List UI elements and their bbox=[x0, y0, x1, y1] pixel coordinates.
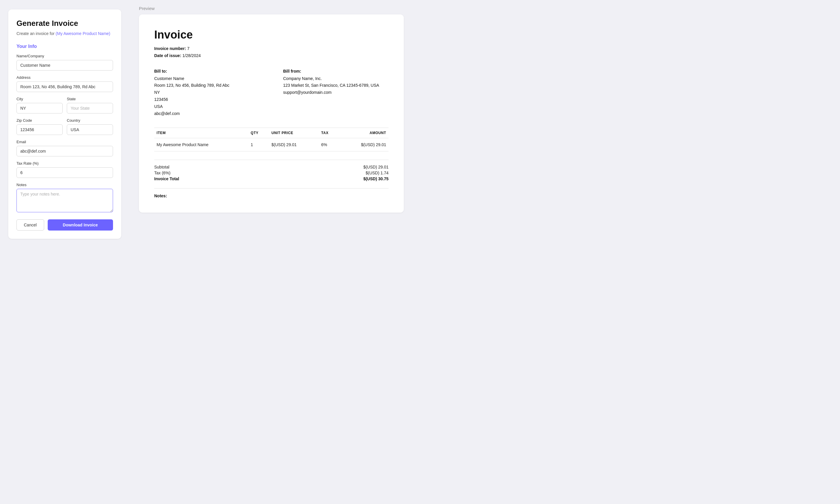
bill-to-zip: 123456 bbox=[154, 96, 260, 103]
invoice-number-row: Invoice number: 7 bbox=[154, 45, 389, 52]
col-header-amount: AMOUNT bbox=[339, 128, 389, 138]
country-label: Country bbox=[67, 118, 113, 123]
bill-to-name: Customer Name bbox=[154, 75, 260, 82]
download-invoice-button[interactable]: Download Invoice bbox=[48, 219, 113, 231]
zip-country-row: Zip Code Country bbox=[16, 118, 113, 140]
cell-tax: 6% bbox=[319, 138, 339, 151]
cell-amount: $(USD) 29.01 bbox=[339, 138, 389, 151]
name-label: Name/Company bbox=[16, 54, 113, 58]
country-input[interactable] bbox=[67, 124, 113, 135]
state-group: State bbox=[67, 97, 113, 113]
bill-from-company: Company Name, Inc. bbox=[283, 75, 389, 82]
tax-label: Tax Rate (%) bbox=[16, 161, 113, 165]
subtotal-label: Subtotal bbox=[154, 165, 169, 169]
city-state-row: City State bbox=[16, 97, 113, 118]
notes-group: Notes bbox=[16, 183, 113, 214]
form-subtitle: Create an invoice for (My Awesome Produc… bbox=[16, 31, 113, 37]
your-info-section-title: Your Info bbox=[16, 44, 113, 49]
cell-qty: 1 bbox=[248, 138, 269, 151]
subtitle-prefix: Create an invoice for bbox=[16, 31, 54, 36]
left-panel: Generate Invoice Create an invoice for (… bbox=[0, 0, 130, 504]
bill-to-title: Bill to: bbox=[154, 69, 260, 73]
email-group: Email bbox=[16, 140, 113, 157]
state-input[interactable] bbox=[67, 103, 113, 113]
tax-group: Tax Rate (%) bbox=[16, 161, 113, 178]
bill-to-email: abc@def.com bbox=[154, 110, 260, 117]
invoice-card: Invoice Invoice number: 7 Date of issue:… bbox=[139, 14, 404, 213]
zip-input[interactable] bbox=[16, 124, 63, 135]
address-label: Address bbox=[16, 75, 113, 80]
total-value: $(USD) 30.75 bbox=[363, 176, 389, 181]
city-input[interactable] bbox=[16, 103, 63, 113]
notes-textarea[interactable] bbox=[16, 189, 113, 212]
zip-label: Zip Code bbox=[16, 118, 63, 123]
invoice-table: ITEM QTY UNIT PRICE TAX AMOUNT My Awesom… bbox=[154, 128, 389, 151]
city-group: City bbox=[16, 97, 63, 113]
col-header-item: ITEM bbox=[154, 128, 248, 138]
invoice-number-label: Invoice number: bbox=[154, 46, 186, 51]
cell-unit-price: $(USD) 29.01 bbox=[269, 138, 319, 151]
bill-from-title: Bill from: bbox=[283, 69, 389, 73]
address-input[interactable] bbox=[16, 82, 113, 92]
cancel-button[interactable]: Cancel bbox=[16, 219, 44, 231]
invoice-date-value: 1/28/2024 bbox=[183, 53, 201, 58]
bill-from-text: Company Name, Inc. 123 Market St, San Fr… bbox=[283, 75, 389, 96]
email-input[interactable] bbox=[16, 146, 113, 157]
bill-from-address: 123 Market St, San Francisco, CA 12345-6… bbox=[283, 82, 389, 89]
email-label: Email bbox=[16, 140, 113, 144]
invoice-date-row: Date of issue: 1/28/2024 bbox=[154, 52, 389, 59]
subtotal-value: $(USD) 29.01 bbox=[363, 165, 389, 169]
col-header-tax: TAX bbox=[319, 128, 339, 138]
bill-to-country: USA bbox=[154, 103, 260, 110]
notes-section: Notes: bbox=[154, 193, 389, 198]
form-title: Generate Invoice bbox=[16, 19, 113, 28]
bill-to-col: Bill to: Customer Name Room 123, No 456,… bbox=[154, 69, 260, 117]
notes-label: Notes bbox=[16, 183, 113, 187]
state-label: State bbox=[67, 97, 113, 101]
subtotal-row: Subtotal $(USD) 29.01 bbox=[154, 165, 389, 169]
invoice-date-label: Date of issue: bbox=[154, 53, 181, 58]
right-panel: Preview Invoice Invoice number: 7 Date o… bbox=[130, 0, 840, 504]
notes-divider bbox=[154, 188, 389, 188]
notes-section-title: Notes: bbox=[154, 194, 167, 198]
invoice-title: Invoice bbox=[154, 29, 389, 41]
bill-to-address: Room 123, No 456, Building 789, Rd Abc bbox=[154, 82, 260, 89]
col-header-unit-price: UNIT PRICE bbox=[269, 128, 319, 138]
total-row: Invoice Total $(USD) 30.75 bbox=[154, 176, 389, 181]
address-group: Address bbox=[16, 75, 113, 92]
country-group: Country bbox=[67, 118, 113, 135]
bill-from-email: support@yourdomain.com bbox=[283, 89, 389, 96]
bill-to-city-state: NY bbox=[154, 89, 260, 96]
col-header-qty: QTY bbox=[248, 128, 269, 138]
invoice-meta: Invoice number: 7 Date of issue: 1/28/20… bbox=[154, 45, 389, 59]
city-label: City bbox=[16, 97, 63, 101]
preview-label: Preview bbox=[139, 6, 830, 11]
table-row: My Awesome Product Name 1 $(USD) 29.01 6… bbox=[154, 138, 389, 151]
tax-row: Tax (6%) $(USD) 1.74 bbox=[154, 170, 389, 175]
zip-group: Zip Code bbox=[16, 118, 63, 135]
total-label: Invoice Total bbox=[154, 176, 179, 181]
button-row: Cancel Download Invoice bbox=[16, 219, 113, 231]
form-card: Generate Invoice Create an invoice for (… bbox=[8, 10, 121, 239]
bill-row: Bill to: Customer Name Room 123, No 456,… bbox=[154, 69, 389, 117]
name-input[interactable] bbox=[16, 60, 113, 71]
totals-container: Subtotal $(USD) 29.01 Tax (6%) $(USD) 1.… bbox=[154, 160, 389, 181]
cell-item: My Awesome Product Name bbox=[154, 138, 248, 151]
invoice-number-value: 7 bbox=[187, 46, 190, 51]
bill-to-text: Customer Name Room 123, No 456, Building… bbox=[154, 75, 260, 117]
bill-from-col: Bill from: Company Name, Inc. 123 Market… bbox=[283, 69, 389, 117]
subtitle-link[interactable]: (My Awesome Product Name) bbox=[56, 31, 110, 36]
name-group: Name/Company bbox=[16, 54, 113, 71]
tax-total-value: $(USD) 1.74 bbox=[365, 170, 389, 175]
tax-input[interactable] bbox=[16, 167, 113, 178]
tax-total-label: Tax (6%) bbox=[154, 170, 170, 175]
